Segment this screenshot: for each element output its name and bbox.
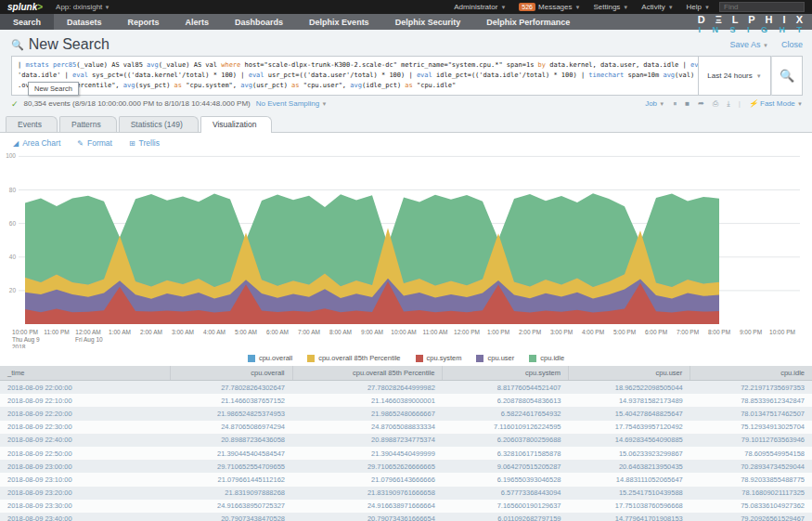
topbar-menu-administrator[interactable]: Administrator▼ xyxy=(454,3,506,11)
legend-item[interactable]: cpu.overall xyxy=(248,354,292,362)
topbar-menu-activity[interactable]: Activity▼ xyxy=(641,3,673,11)
column-header[interactable]: cpu.user xyxy=(569,366,690,381)
format-icon: ✎ xyxy=(77,139,84,148)
search-query-input[interactable]: | mstats perc85(_value) AS val85 avg(_va… xyxy=(11,56,699,96)
chart-canvas[interactable]: 2040608010010:00 PMThu Aug 9201811:00 PM… xyxy=(0,151,812,348)
search-mode-menu[interactable]: ⚡ Fast Mode ▼ xyxy=(749,99,803,108)
table-cell: 78.85339612342847 xyxy=(690,394,812,407)
tab-events[interactable]: Events xyxy=(6,116,58,132)
nav-item-search[interactable]: Search xyxy=(0,14,54,30)
legend-item[interactable]: cpu.idle xyxy=(529,354,564,362)
tab-statistics-[interactable]: Statistics (149) xyxy=(119,116,199,132)
top-menu: Administrator▼526Messages▼Settings▼Activ… xyxy=(454,3,710,11)
table-cell: 15.06233923299867 xyxy=(569,447,690,460)
table-cell: 21.8319097888268 xyxy=(171,487,292,500)
table-cell: 2018-08-09 23:40:00 xyxy=(0,513,171,521)
print-icon[interactable]: ⎙ xyxy=(713,99,718,109)
legend-swatch xyxy=(416,355,423,362)
svg-text:11:00 AM: 11:00 AM xyxy=(423,329,448,335)
table-cell: 8.817760544521407 xyxy=(443,381,569,395)
table-cell: 20.89887234775374 xyxy=(292,434,443,447)
table-cell: 2018-08-09 23:00:00 xyxy=(0,460,171,473)
table-cell: 72.21971735697353 xyxy=(690,381,812,395)
column-header[interactable]: cpu.overall 85th Percentile xyxy=(292,366,443,381)
table-row[interactable]: 2018-08-09 23:00:0029.71065255470965529.… xyxy=(0,460,812,473)
table-cell: 21.986524825374953 xyxy=(171,407,292,420)
column-header[interactable]: cpu.overall xyxy=(171,366,292,381)
table-cell: 17.754639957120492 xyxy=(569,421,690,434)
table-cell: 24.916638950725327 xyxy=(171,500,292,513)
table-row[interactable]: 2018-08-09 23:30:0024.91663895072532724.… xyxy=(0,500,812,513)
table-cell: 2018-08-09 22:40:00 xyxy=(0,434,171,447)
viz-tool-trellis[interactable]: ⊞Trellis xyxy=(129,138,160,148)
viz-tool-format[interactable]: ✎Format xyxy=(77,138,112,148)
table-row[interactable]: 2018-08-09 23:10:0021.07966144511216221.… xyxy=(0,473,812,486)
table-row[interactable]: 2018-08-09 22:10:0021.1466038765715221.1… xyxy=(0,394,812,407)
save-as-button[interactable]: Save As ▼ xyxy=(729,40,768,49)
column-header[interactable]: _time xyxy=(0,366,171,381)
app-menu[interactable]: App: dxinsight ▼ xyxy=(56,3,110,11)
nav-item-delphix-security[interactable]: Delphix Security xyxy=(382,14,474,30)
svg-text:Thu Aug 9: Thu Aug 9 xyxy=(12,336,40,344)
table-cell: 6.57773368443094 xyxy=(443,487,569,500)
topbar-menu-settings[interactable]: Settings▼ xyxy=(593,3,628,11)
nav-item-alerts[interactable]: Alerts xyxy=(173,14,223,30)
pause-icon[interactable]: ⏸ xyxy=(673,99,677,109)
svg-text:1:00 AM: 1:00 AM xyxy=(109,329,131,335)
nav-item-delphix-performance[interactable]: Delphix Performance xyxy=(473,14,583,30)
table-row[interactable]: 2018-08-09 22:00:0027.7802826430264727.7… xyxy=(0,381,812,395)
nav-item-datasets[interactable]: Datasets xyxy=(54,14,115,30)
tab-patterns[interactable]: Patterns xyxy=(59,116,117,132)
legend-swatch xyxy=(307,355,315,362)
stop-icon[interactable]: ■ xyxy=(685,99,690,108)
chevron-down-icon: ▼ xyxy=(797,101,803,107)
topbar-menu-messages[interactable]: 526Messages▼ xyxy=(519,3,580,11)
time-range-picker[interactable]: Last 24 hours▼ xyxy=(699,56,771,96)
query-line: 'data.idle' | eval sys_pct=(('data.kerne… xyxy=(18,71,692,81)
share-icon[interactable]: ➦ xyxy=(698,99,704,108)
table-cell: 14.779641701908153 xyxy=(569,513,690,521)
tab-visualization[interactable]: Visualization xyxy=(200,116,273,133)
table-cell: 6.58224617654932 xyxy=(443,407,569,420)
table-cell: 78.6095549954158 xyxy=(690,447,812,460)
table-row[interactable]: 2018-08-09 22:40:0020.8988723643605820.8… xyxy=(0,434,812,447)
table-row[interactable]: 2018-08-09 23:40:0020.7907343847052820.7… xyxy=(0,513,812,521)
chevron-down-icon: ▼ xyxy=(659,101,664,107)
table-cell: 15.404278648825647 xyxy=(569,407,690,420)
close-button[interactable]: Close xyxy=(781,40,803,49)
event-sampling-menu[interactable]: No Event Sampling ▼ xyxy=(256,99,328,108)
svg-text:6:00 PM: 6:00 PM xyxy=(645,329,667,335)
table-row[interactable]: 2018-08-09 23:20:0021.831909788826821.83… xyxy=(0,487,812,500)
export-icon[interactable]: ⤓ xyxy=(727,99,730,109)
table-cell: 18.962522098505044 xyxy=(569,381,690,395)
table-row[interactable]: 2018-08-09 22:50:0021.39044540458454721.… xyxy=(0,447,812,460)
svg-text:5:00 PM: 5:00 PM xyxy=(613,329,636,335)
topbar-menu-help[interactable]: Help▼ xyxy=(687,3,710,11)
legend-item[interactable]: cpu.system xyxy=(416,354,462,362)
nav-item-reports[interactable]: Reports xyxy=(115,14,173,30)
legend-item[interactable]: cpu.user xyxy=(476,354,514,362)
svg-text:9:00 PM: 9:00 PM xyxy=(740,329,762,335)
run-search-button[interactable]: 🔍 xyxy=(771,56,803,96)
svg-text:4:00 PM: 4:00 PM xyxy=(582,329,604,335)
nav-item-dashboards[interactable]: Dashboards xyxy=(222,14,296,30)
splunk-logo[interactable]: splunk> xyxy=(7,2,43,12)
nav-item-delphix-events[interactable]: Delphix Events xyxy=(296,14,382,30)
table-row[interactable]: 2018-08-09 22:20:0021.98652482537495321.… xyxy=(0,407,812,420)
svg-text:10:00 PM: 10:00 PM xyxy=(769,329,795,335)
area-chart-icon: ◢ xyxy=(13,139,19,148)
page-title: 🔍New Search xyxy=(11,36,110,53)
svg-text:2:00 AM: 2:00 AM xyxy=(140,329,162,335)
column-header[interactable]: cpu.idle xyxy=(690,366,812,381)
table-row[interactable]: 2018-08-09 22:30:0024.8706508697429424.8… xyxy=(0,421,812,434)
svg-text:60: 60 xyxy=(9,220,17,227)
table-cell: 29.710652626666665 xyxy=(292,460,443,473)
table-cell: 21.831909761666658 xyxy=(292,487,443,500)
find-input[interactable] xyxy=(719,2,805,12)
legend-item[interactable]: cpu.overall 85th Percentile xyxy=(307,354,400,362)
chevron-down-icon: ▼ xyxy=(105,5,110,10)
viz-tool-area-chart[interactable]: ◢Area Chart xyxy=(13,138,60,148)
table-cell: 21.98652480666667 xyxy=(292,407,443,420)
job-menu[interactable]: Job ▼ xyxy=(645,99,664,108)
column-header[interactable]: cpu.system xyxy=(443,366,569,381)
